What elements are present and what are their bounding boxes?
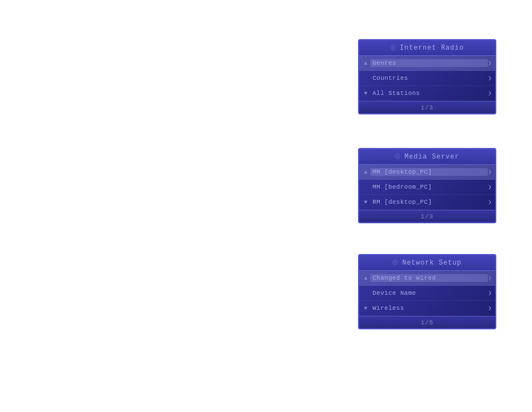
- wifi-icon-1: ⦾: [390, 44, 396, 52]
- list-item[interactable]: Device Name ❯: [359, 286, 495, 301]
- screen-1-header: ⦾ Internet Radio: [359, 40, 495, 56]
- item-label: RM [desktop_PC]: [370, 199, 488, 205]
- chevron-right-icon: ❯: [488, 169, 492, 175]
- item-label: Device Name: [370, 290, 488, 296]
- chevron-right-icon: ❯: [488, 75, 492, 82]
- item-label: Countries: [370, 75, 488, 82]
- screen-2-body: ▲ MM [desktop_PC] ❯ MM [bedroom_PC] ❯ ▼ …: [359, 165, 495, 210]
- item-label: MM [desktop_PC]: [370, 168, 488, 176]
- item-label: MM [bedroom_PC]: [370, 184, 488, 190]
- wifi-icon-2: ⦾: [395, 153, 401, 161]
- nav-up-icon: ▲: [361, 169, 370, 175]
- screen-1-title: Internet Radio: [400, 44, 464, 52]
- screen-1-body: ▲ Genres ❯ Countries ❯ ▼ All Stations ❯: [359, 56, 495, 101]
- wifi-icon-3: ⦾: [393, 259, 399, 267]
- nav-up-icon: ▲: [361, 60, 370, 66]
- media-server-screen: ⦾ Media Server ▲ MM [desktop_PC] ❯ MM [b…: [358, 148, 496, 223]
- list-item[interactable]: MM [bedroom_PC] ❯: [359, 180, 495, 195]
- item-label: Wireless: [370, 305, 488, 312]
- screen-3-pagination: 1/5: [359, 316, 495, 328]
- screen-1-pagination: 1/3: [359, 101, 495, 113]
- nav-up-icon: ▲: [361, 275, 370, 281]
- chevron-right-icon: ❯: [488, 275, 492, 281]
- screen-2-header: ⦾ Media Server: [359, 149, 495, 165]
- list-item[interactable]: ▼ RM [desktop_PC] ❯: [359, 195, 495, 210]
- nav-down-icon: ▼: [361, 90, 370, 97]
- list-item[interactable]: Countries ❯: [359, 71, 495, 86]
- item-label: Genres: [370, 59, 488, 67]
- chevron-right-icon: ❯: [488, 290, 492, 296]
- chevron-right-icon: ❯: [488, 90, 492, 97]
- screen-3-body: ▲ Changed to Wired ❯ Device Name ❯ ▼ Wir…: [359, 271, 495, 316]
- list-item[interactable]: ▼ Wireless ❯: [359, 301, 495, 316]
- chevron-right-icon: ❯: [488, 199, 492, 205]
- nav-down-icon: ▼: [361, 305, 370, 312]
- item-label: All Stations: [370, 90, 488, 97]
- screen-2-pagination: 1/3: [359, 210, 495, 222]
- chevron-right-icon: ❯: [488, 60, 492, 66]
- screen-3-header: ⦾ Network Setup: [359, 255, 495, 271]
- list-item[interactable]: ▼ All Stations ❯: [359, 86, 495, 101]
- internet-radio-screen: ⦾ Internet Radio ▲ Genres ❯ Countries ❯ …: [358, 39, 496, 114]
- nav-down-icon: ▼: [361, 199, 370, 205]
- list-item[interactable]: ▲ Genres ❯: [359, 56, 495, 71]
- chevron-right-icon: ❯: [488, 184, 492, 190]
- network-setup-screen: ⦾ Network Setup ▲ Changed to Wired ❯ Dev…: [358, 254, 496, 329]
- list-item[interactable]: ▲ Changed to Wired ❯: [359, 271, 495, 286]
- screen-2-title: Media Server: [404, 153, 459, 161]
- chevron-right-icon: ❯: [488, 305, 492, 312]
- item-label: Changed to Wired: [370, 274, 488, 282]
- screen-3-title: Network Setup: [402, 259, 462, 267]
- list-item[interactable]: ▲ MM [desktop_PC] ❯: [359, 165, 495, 180]
